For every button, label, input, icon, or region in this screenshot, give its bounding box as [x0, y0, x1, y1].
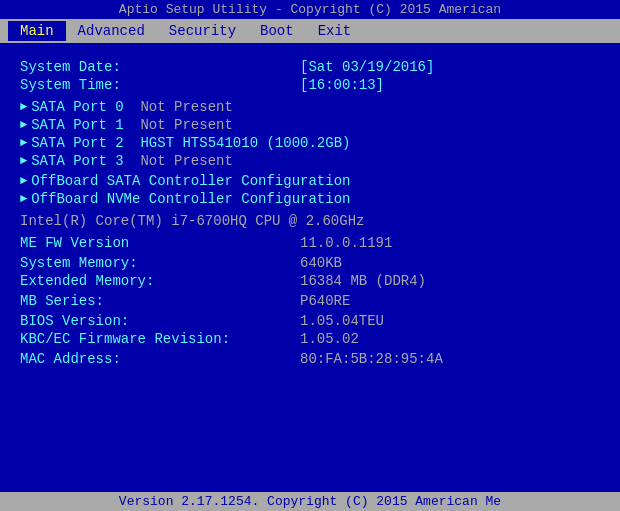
offboard-nvme-label: OffBoard NVMe Controller Configuration — [31, 191, 350, 207]
sata-3-arrow: ► — [20, 154, 27, 168]
extended-memory-value: 16384 MB (DDR4) — [300, 273, 426, 289]
sata-1-arrow: ► — [20, 118, 27, 132]
system-memory-value: 640KB — [300, 255, 342, 271]
system-date-value[interactable]: [Sat 03/19/2016] — [300, 59, 434, 75]
bios-version-row: BIOS Version: 1.05.04TEU — [20, 313, 600, 329]
sata-2-port: SATA Port 2 — [31, 135, 140, 151]
sata-2-arrow: ► — [20, 136, 27, 150]
menu-item-main[interactable]: Main — [8, 21, 66, 41]
kbc-ec-label: KBC/EC Firmware Revision: — [20, 331, 300, 347]
sata-port-0-row: ► SATA Port 0 Not Present — [20, 99, 600, 115]
title-text: Aptio Setup Utility - Copyright (C) 2015… — [119, 2, 501, 17]
cpu-row: Intel(R) Core(TM) i7-6700HQ CPU @ 2.60GH… — [20, 213, 600, 229]
kbc-ec-row: KBC/EC Firmware Revision: 1.05.02 — [20, 331, 600, 347]
system-memory-label: System Memory: — [20, 255, 300, 271]
system-date-row: System Date: [Sat 03/19/2016] — [20, 59, 600, 75]
sata-1-status: Not Present — [140, 117, 232, 133]
menu-item-security[interactable]: Security — [157, 21, 248, 41]
menu-item-exit[interactable]: Exit — [306, 21, 364, 41]
offboard-sata-label: OffBoard SATA Controller Configuration — [31, 173, 350, 189]
sata-port-3-row: ► SATA Port 3 Not Present — [20, 153, 600, 169]
status-text: Version 2.17.1254. Copyright (C) 2015 Am… — [119, 494, 501, 509]
system-memory-row: System Memory: 640KB — [20, 255, 600, 271]
menu-item-advanced[interactable]: Advanced — [66, 21, 157, 41]
sata-port-1-row: ► SATA Port 1 Not Present — [20, 117, 600, 133]
title-bar: Aptio Setup Utility - Copyright (C) 2015… — [0, 0, 620, 19]
sata-0-status: Not Present — [140, 99, 232, 115]
system-time-value[interactable]: [16:00:13] — [300, 77, 384, 93]
sata-3-port: SATA Port 3 — [31, 153, 140, 169]
bios-version-value: 1.05.04TEU — [300, 313, 384, 329]
sata-0-port: SATA Port 0 — [31, 99, 140, 115]
offboard-nvme-row[interactable]: ► OffBoard NVMe Controller Configuration — [20, 191, 600, 207]
extended-memory-label: Extended Memory: — [20, 273, 300, 289]
sata-3-status: Not Present — [140, 153, 232, 169]
extended-memory-row: Extended Memory: 16384 MB (DDR4) — [20, 273, 600, 289]
offboard-nvme-arrow: ► — [20, 192, 27, 206]
mb-series-value: P640RE — [300, 293, 350, 309]
me-fw-value: 11.0.0.1191 — [300, 235, 392, 251]
mac-address-label: MAC Address: — [20, 351, 300, 367]
offboard-sata-row[interactable]: ► OffBoard SATA Controller Configuration — [20, 173, 600, 189]
cpu-text: Intel(R) Core(TM) i7-6700HQ CPU @ 2.60GH… — [20, 213, 364, 229]
mac-address-value: 80:FA:5B:28:95:4A — [300, 351, 443, 367]
sata-1-port: SATA Port 1 — [31, 117, 140, 133]
kbc-ec-value: 1.05.02 — [300, 331, 359, 347]
system-time-label: System Time: — [20, 77, 300, 93]
me-fw-row: ME FW Version 11.0.0.1191 — [20, 235, 600, 251]
mb-series-row: MB Series: P640RE — [20, 293, 600, 309]
mac-address-row: MAC Address: 80:FA:5B:28:95:4A — [20, 351, 600, 367]
system-date-label: System Date: — [20, 59, 300, 75]
sata-port-2-row: ► SATA Port 2 HGST HTS541010 (1000.2GB) — [20, 135, 600, 151]
sata-2-status: HGST HTS541010 (1000.2GB) — [140, 135, 350, 151]
status-bar: Version 2.17.1254. Copyright (C) 2015 Am… — [0, 492, 620, 511]
me-fw-label: ME FW Version — [20, 235, 300, 251]
sata-0-arrow: ► — [20, 100, 27, 114]
system-time-row: System Time: [16:00:13] — [20, 77, 600, 93]
menu-bar: Main Advanced Security Boot Exit — [0, 19, 620, 43]
content-area: System Date: [Sat 03/19/2016] System Tim… — [0, 43, 620, 379]
menu-item-boot[interactable]: Boot — [248, 21, 306, 41]
offboard-sata-arrow: ► — [20, 174, 27, 188]
mb-series-label: MB Series: — [20, 293, 300, 309]
bios-version-label: BIOS Version: — [20, 313, 300, 329]
